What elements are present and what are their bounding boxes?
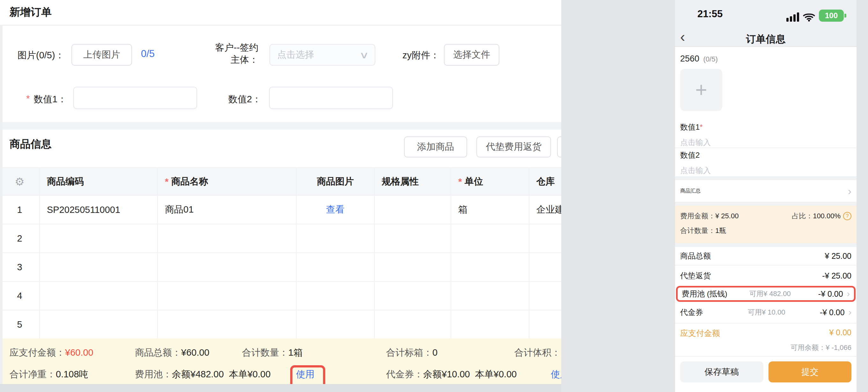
upload-field-label: 2560 (680, 54, 699, 63)
advance-fee-return-button[interactable]: 代垫费用返货 (476, 136, 551, 157)
voucher-row[interactable]: 代金券 可用¥ 10.00 -¥ 0.00 › (675, 302, 857, 324)
total-net-weight: 合计净重：0.108吨 (9, 368, 88, 381)
upload-field-count: (0/5) (704, 55, 718, 63)
table-row: 5 (0, 311, 561, 339)
cell-spec[interactable] (375, 196, 451, 224)
col-header-label: 规格属性 (382, 175, 419, 188)
phone-status-nav-bar: 21:55 100 ‹ 订单信息 (675, 0, 857, 47)
col-header-label: 商品图片 (317, 175, 354, 188)
required-asterisk: * (458, 176, 462, 187)
goods-total: 商品总额：¥60.00 (135, 347, 210, 359)
cell-warehouse[interactable] (529, 311, 561, 339)
section-divider (675, 243, 857, 247)
row-number: 1 (0, 196, 40, 224)
signal-icon (786, 12, 799, 22)
row-available: 可用¥ 482.00 (749, 289, 791, 299)
phone-field-num2[interactable]: 数值2 点击输入 (675, 148, 857, 176)
left-edge-strip (0, 25, 3, 392)
num1-input[interactable] (73, 87, 197, 109)
save-draft-button[interactable]: 保存草稿 (680, 361, 764, 383)
field-label: 数值1 (680, 123, 700, 131)
available-balance: 可用余额：¥ -1,066 (680, 343, 851, 353)
help-icon[interactable]: ? (843, 212, 851, 220)
zy-attachment-label: zy附件： (402, 49, 439, 62)
cell-product-name[interactable] (158, 253, 297, 282)
cell-product-code[interactable] (40, 311, 158, 339)
cell-product-name[interactable] (158, 224, 297, 253)
chevron-down-icon: ∨ (360, 50, 369, 61)
customer-entity-label-line1: 客户--签约 (200, 41, 258, 54)
field-placeholder: 点击输入 (680, 137, 851, 148)
cell-spec[interactable] (375, 282, 451, 311)
submit-button[interactable]: 提交 (769, 361, 852, 383)
row-value: -¥ 0.00 (820, 308, 845, 317)
cell-unit[interactable] (451, 253, 529, 282)
cell-product-code[interactable] (40, 282, 158, 311)
status-time: 21:55 (698, 8, 722, 20)
fee-pool-row-highlighted[interactable]: 费用池 (抵钱) 可用¥ 482.00 -¥ 0.00 › (676, 286, 856, 302)
row-number: 2 (0, 224, 40, 253)
cell-spec[interactable] (375, 253, 451, 282)
choose-file-button[interactable]: 选择文件 (444, 44, 499, 66)
add-product-button[interactable]: 添加商品 (404, 136, 467, 157)
col-header-label: 商品名称 (171, 175, 208, 188)
required-asterisk: * (26, 93, 30, 104)
window-header: 新增订单 (0, 0, 561, 26)
cell-spec[interactable] (375, 224, 451, 253)
fee-ratio: 占比：100.00%? (792, 211, 851, 221)
table-row: 1 SP202505110001 商品01 查看 箱 企业建业 (0, 196, 561, 224)
col-header-label: 仓库 (536, 175, 555, 188)
cell-unit[interactable]: 箱 (451, 196, 529, 224)
voucher-use-link[interactable]: 使用 (551, 368, 561, 381)
cell-warehouse[interactable]: 企业建业 (529, 196, 561, 224)
bottom-scrollbar-track[interactable] (0, 384, 561, 392)
view-image-link[interactable]: 查看 (326, 203, 345, 216)
cell-product-code[interactable] (40, 253, 158, 282)
cell-product-code: SP202505110001 (40, 196, 158, 224)
row-available: 可用¥ 10.00 (748, 307, 785, 317)
total-quantity: 合计数量：1箱 (242, 347, 303, 359)
upload-count: 0/5 (141, 48, 155, 60)
battery-nub (844, 14, 846, 18)
col-header-product-name: * 商品名称 (158, 168, 297, 196)
phone-action-bar: 保存草稿 提交 (675, 357, 857, 392)
col-header-product-image: 商品图片 (297, 168, 375, 196)
cell-product-image (297, 224, 375, 253)
upload-image-button[interactable]: 上传图片 (71, 44, 132, 66)
cell-unit[interactable] (451, 224, 529, 253)
column-settings-cell: ⚙ (0, 168, 40, 196)
cell-warehouse[interactable] (529, 282, 561, 311)
cell-product-name[interactable]: 商品01 (158, 196, 297, 224)
num1-label: 数值1： (34, 93, 67, 106)
payable-amount: 应支付金额：¥60.00 (9, 347, 93, 359)
customer-entity-select[interactable]: 点击选择 ∨ (270, 44, 375, 66)
status-icons: 100 (786, 9, 844, 22)
add-photo-tile[interactable]: + (680, 69, 722, 111)
phone-field-num1[interactable]: 数值1* 点击输入 (675, 120, 857, 148)
product-summary-link-row[interactable]: 商品汇总 › (675, 180, 857, 202)
num2-input[interactable] (269, 87, 393, 109)
section-divider (675, 202, 857, 205)
cell-warehouse[interactable] (529, 224, 561, 253)
cell-product-image: 查看 (297, 196, 375, 224)
cell-product-name[interactable] (158, 282, 297, 311)
payable-amount-value: ¥60.00 (65, 348, 93, 358)
products-section-title: 商品信息 (9, 137, 52, 152)
products-table: ⚙ 商品编码 * 商品名称 商品图片 规格属性 * 单位 仓库 1 SP2025… (0, 167, 561, 339)
cell-spec[interactable] (375, 311, 451, 339)
cell-product-name[interactable] (158, 311, 297, 339)
battery-icon: 100 (819, 9, 844, 22)
chevron-right-icon: › (847, 289, 850, 299)
col-header-warehouse: 仓库 (529, 168, 561, 196)
cell-product-code[interactable] (40, 224, 158, 253)
cell-unit[interactable] (451, 311, 529, 339)
clipped-edge-button[interactable] (557, 136, 561, 157)
cell-warehouse[interactable] (529, 253, 561, 282)
field-placeholder: 点击输入 (680, 165, 851, 175)
image-upload-label: 图片(0/5)： (18, 49, 64, 62)
table-header-row: ⚙ 商品编码 * 商品名称 商品图片 规格属性 * 单位 仓库 (0, 168, 561, 196)
row-number: 5 (0, 311, 40, 339)
gear-icon[interactable]: ⚙ (15, 175, 24, 188)
row-number: 3 (0, 253, 40, 282)
cell-unit[interactable] (451, 282, 529, 311)
